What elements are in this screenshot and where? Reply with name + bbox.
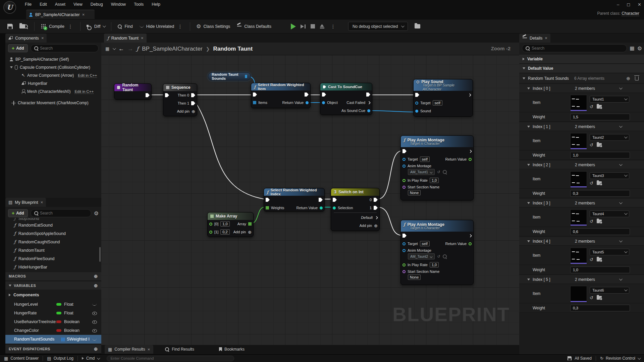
collapse-icon[interactable] bbox=[523, 77, 525, 79]
tree-item-mesh[interactable]: Mesh (CharacterMesh0) Edit in C++ bbox=[5, 87, 101, 96]
macros-section[interactable]: MACROS ⊕ bbox=[5, 272, 101, 280]
add-pin-icon[interactable]: ⊕ bbox=[192, 109, 195, 114]
exec-out-pin[interactable] bbox=[468, 93, 471, 97]
compile-options-icon[interactable]: ⋮ bbox=[67, 24, 74, 29]
section-value[interactable]: None bbox=[408, 190, 421, 195]
function-item[interactable]: ƒRandomTaunt bbox=[5, 246, 101, 254]
node-play-anim-montage-2[interactable]: ƒPlay Anim Montage Target is Character T… bbox=[400, 220, 474, 285]
return-value-pin[interactable] bbox=[306, 101, 309, 104]
node-switch-on-int[interactable]: ƎSwitch on Int 0 Selection 1 Default Add… bbox=[331, 188, 380, 231]
collapse-icon[interactable] bbox=[9, 285, 11, 287]
asset-thumbnail[interactable] bbox=[570, 133, 587, 148]
variable-row-hungerlevel[interactable]: HungerLevel Float bbox=[5, 300, 101, 309]
add-pin-icon[interactable]: ⊕ bbox=[374, 223, 378, 228]
target-value[interactable]: self bbox=[420, 241, 430, 246]
chevron-down-icon[interactable] bbox=[619, 124, 623, 128]
eject-button[interactable] bbox=[320, 24, 325, 29]
asset-select[interactable]: Taunt6 bbox=[590, 287, 629, 294]
collapse-icon[interactable] bbox=[527, 279, 530, 281]
function-item[interactable]: ƒRandomFleeSound bbox=[5, 254, 101, 263]
back-icon[interactable]: ← bbox=[118, 46, 124, 52]
class-settings-button[interactable]: Class Settings bbox=[193, 21, 233, 32]
compiler-results-close-icon[interactable]: × bbox=[148, 347, 150, 352]
browse-to-asset-icon[interactable] bbox=[597, 105, 602, 109]
menu-asset[interactable]: Asset bbox=[51, 0, 69, 9]
array-element-header[interactable]: Index [ 4 ] 2 members bbox=[519, 237, 644, 246]
add-macro-icon[interactable]: ⊕ bbox=[94, 274, 98, 279]
all-saved-status[interactable]: All Saved bbox=[563, 355, 596, 362]
default-pin[interactable] bbox=[374, 216, 378, 220]
display-filter-icon[interactable] bbox=[630, 45, 634, 51]
expand-icon[interactable] bbox=[9, 294, 11, 296]
exec-out-pin[interactable] bbox=[146, 93, 150, 97]
collapse-icon[interactable] bbox=[527, 87, 530, 89]
event-dispatchers-section[interactable]: EVENT DISPATCHERS ⊕ bbox=[5, 345, 101, 353]
browse-to-asset-icon[interactable] bbox=[597, 181, 602, 185]
asset-thumbnail[interactable] bbox=[570, 248, 587, 263]
array-property-row[interactable]: Random Taunt Sounds 6 Array elements ⊕ bbox=[519, 73, 644, 83]
class-defaults-button[interactable]: Class Defaults bbox=[233, 21, 275, 32]
array-element-header[interactable]: Index [ 1 ] 2 members bbox=[519, 122, 644, 131]
parent-class-value[interactable]: Character bbox=[622, 11, 639, 16]
minimize-icon[interactable]: – bbox=[617, 2, 619, 7]
exec-out-pin[interactable] bbox=[305, 93, 309, 97]
in-play-rate-pin[interactable] bbox=[402, 263, 406, 266]
object-pin[interactable] bbox=[322, 101, 325, 104]
node-play-sound[interactable]: ◇Play Sound Target is BP Sample AICharac… bbox=[413, 79, 473, 117]
target-pin[interactable] bbox=[402, 242, 406, 245]
diff-button[interactable]: Diff bbox=[83, 21, 109, 32]
tree-item-charmove[interactable]: Character Movement (CharMoveComp) bbox=[5, 99, 101, 107]
revision-control-button[interactable]: ↻ Revision Control bbox=[596, 355, 644, 362]
browse-to-asset-icon[interactable] bbox=[597, 220, 602, 223]
graph-type-icon[interactable] bbox=[105, 46, 109, 51]
node-select-random-weighted-item[interactable]: ƒSelect Random Weighted Item Items Retur… bbox=[251, 83, 311, 108]
add-dispatcher-icon[interactable]: ⊕ bbox=[94, 346, 98, 352]
start-section-pin[interactable] bbox=[402, 270, 406, 273]
my-blueprint-settings-icon[interactable] bbox=[94, 210, 99, 217]
edit-in-cpp-link[interactable]: Edit in C++ bbox=[78, 73, 97, 78]
sound-pin[interactable] bbox=[415, 110, 418, 113]
variable-row-changecolor[interactable]: ChangeColor Boolean bbox=[5, 326, 101, 335]
variables-section[interactable]: VARIABLES ⊕ bbox=[5, 282, 101, 290]
browse-to-asset-icon[interactable] bbox=[597, 258, 602, 261]
weight-input[interactable] bbox=[570, 266, 630, 273]
as-sound-cue-pin[interactable] bbox=[367, 109, 370, 112]
play-button[interactable] bbox=[291, 23, 296, 29]
use-selected-icon[interactable]: ↺ bbox=[590, 257, 593, 262]
exec-in-pin[interactable] bbox=[322, 93, 326, 97]
browse-to-asset-icon[interactable] bbox=[597, 143, 602, 147]
anim-montage-pin[interactable] bbox=[402, 249, 406, 252]
eye-icon[interactable] bbox=[92, 329, 97, 332]
add-pin-icon[interactable]: ⊕ bbox=[248, 230, 252, 235]
menu-file[interactable]: File bbox=[21, 0, 36, 9]
variable-row-randomtauntsounds[interactable]: RandomTauntSounds SWeighted I bbox=[5, 335, 101, 344]
eye-closed-icon[interactable] bbox=[92, 338, 97, 341]
graph-tab-close-icon[interactable]: × bbox=[141, 36, 144, 41]
use-selected-icon[interactable]: ↺ bbox=[590, 219, 593, 224]
weight-input[interactable] bbox=[570, 305, 630, 311]
chevron-down-icon[interactable] bbox=[619, 239, 623, 242]
default-value-section[interactable]: Default Value bbox=[519, 64, 644, 73]
cast-failed-pin[interactable] bbox=[367, 101, 371, 105]
exec-in-pin[interactable] bbox=[415, 93, 419, 97]
asset-thumbnail[interactable] bbox=[570, 209, 587, 225]
find-results-tab[interactable]: Find Results bbox=[161, 345, 198, 354]
asset-tab[interactable]: BP_SampleAICharacter × bbox=[26, 10, 95, 19]
exec-out-pin[interactable] bbox=[366, 93, 370, 97]
details-tab-close-icon[interactable]: × bbox=[545, 36, 547, 41]
exec-in-pin[interactable] bbox=[402, 149, 407, 153]
tree-item-self[interactable]: BP_SampleAICharacter (Self) bbox=[5, 55, 101, 63]
menu-view[interactable]: View bbox=[69, 0, 87, 9]
content-drawer-button[interactable]: Content Drawer bbox=[0, 355, 43, 362]
menu-edit[interactable]: Edit bbox=[36, 0, 51, 9]
exec-out-pin[interactable] bbox=[468, 234, 472, 238]
asset-select[interactable]: Taunt2 bbox=[590, 134, 629, 141]
collapse-icon[interactable] bbox=[527, 202, 530, 204]
target-pin[interactable] bbox=[415, 102, 418, 105]
browse-button[interactable] bbox=[16, 21, 32, 32]
details-settings-icon[interactable] bbox=[637, 45, 642, 52]
add-element-icon[interactable]: ⊕ bbox=[626, 76, 630, 81]
close-icon[interactable]: ✕ bbox=[638, 2, 641, 7]
target-value[interactable]: self bbox=[433, 100, 442, 106]
components-add-button[interactable]: + Add bbox=[8, 44, 28, 52]
